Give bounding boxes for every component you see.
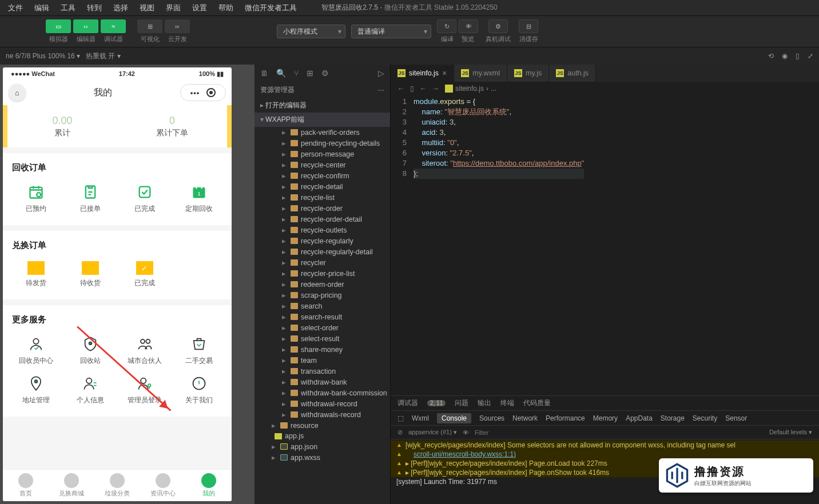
- editor-button[interactable]: ‹›: [73, 19, 98, 33]
- folder-item[interactable]: select-result: [255, 333, 390, 344]
- service-cell[interactable]: 回收员中心: [9, 331, 63, 370]
- dbg-tab[interactable]: 代码质量: [523, 398, 551, 408]
- order-cell[interactable]: 1定期回收: [172, 179, 226, 218]
- tab-item[interactable]: 兑换商城: [49, 470, 94, 501]
- editor-tab[interactable]: JSsiteinfo.js×: [391, 65, 454, 82]
- settings-icon[interactable]: ⚙: [321, 69, 329, 78]
- folder-item[interactable]: recycler-price-list: [255, 268, 390, 279]
- panel-tab[interactable]: Sensor: [725, 414, 747, 422]
- menu-视图[interactable]: 视图: [135, 2, 159, 14]
- phone-icon[interactable]: ▯: [796, 52, 800, 60]
- file-item[interactable]: app.wxss: [255, 452, 390, 463]
- panel-tab[interactable]: Network: [512, 414, 538, 422]
- menu-转到[interactable]: 转到: [82, 2, 106, 14]
- editor-tab[interactable]: JSmy.js: [507, 65, 549, 82]
- menu-界面[interactable]: 界面: [161, 2, 185, 14]
- folder-item[interactable]: scrap-pricing: [255, 290, 390, 301]
- folder-item[interactable]: withdraw-bank: [255, 377, 390, 387]
- menu-微信开发者工具[interactable]: 微信开发者工具: [240, 2, 301, 14]
- folder-item[interactable]: search-result: [255, 311, 390, 322]
- open-editors-section[interactable]: 打开的编辑器: [255, 98, 390, 113]
- dbg-tab[interactable]: 输出: [478, 398, 491, 408]
- compile-select[interactable]: 普通编译: [351, 25, 431, 38]
- folder-item[interactable]: recycle-order-detail: [255, 214, 390, 225]
- mode-select[interactable]: 小程序模式: [277, 25, 345, 38]
- exchange-cell[interactable]: 待发货: [9, 257, 63, 293]
- folder-item[interactable]: recycle-center: [255, 159, 390, 170]
- project-section[interactable]: WXAPP前端: [255, 113, 390, 127]
- menu-帮助[interactable]: 帮助: [214, 2, 238, 14]
- cloud-button[interactable]: ∞: [165, 19, 190, 33]
- dbg-tab[interactable]: 问题: [455, 398, 468, 408]
- panel-tab[interactable]: AppData: [626, 414, 653, 422]
- tab-item[interactable]: 首页: [3, 470, 49, 501]
- panel-tab[interactable]: Sources: [479, 414, 504, 422]
- inspect-icon[interactable]: ⬚: [397, 414, 404, 422]
- service-cell[interactable]: 个人信息: [63, 370, 117, 410]
- dbg-tab[interactable]: 调试器: [397, 398, 418, 408]
- clear-cache-button[interactable]: ⊟: [519, 19, 538, 33]
- exchange-cell[interactable]: ✓已完成: [117, 257, 172, 293]
- hot-reload-toggle[interactable]: 热重载 开 ▾: [86, 51, 121, 61]
- folder-item[interactable]: recycle-order: [255, 203, 390, 214]
- context-select[interactable]: appservice (#1) ▾: [408, 429, 457, 436]
- home-icon[interactable]: ⌂: [9, 84, 26, 101]
- run-icon[interactable]: ▷: [378, 69, 384, 78]
- dbg-tab[interactable]: 终端: [500, 398, 514, 408]
- files-icon[interactable]: 🗎: [260, 69, 268, 78]
- record-icon[interactable]: ◉: [782, 52, 788, 60]
- service-cell[interactable]: 关于我们: [172, 370, 226, 410]
- branch-icon[interactable]: ⑂: [294, 69, 299, 78]
- folder-item[interactable]: person-message: [255, 149, 390, 159]
- panel-tab[interactable]: Memory: [593, 414, 618, 422]
- ext-icon[interactable]: ⊞: [307, 69, 313, 78]
- folder-item[interactable]: pack-verific-orders: [255, 127, 390, 138]
- service-cell[interactable]: 城市合伙人: [117, 331, 172, 370]
- search-icon[interactable]: 🔍: [276, 69, 286, 78]
- visual-button[interactable]: ⊞: [137, 19, 162, 33]
- file-item[interactable]: app.json: [255, 441, 390, 452]
- debugger-button[interactable]: ≈: [101, 19, 126, 33]
- tab-item[interactable]: 垃圾分类: [94, 470, 140, 501]
- folder-item[interactable]: transaction: [255, 366, 390, 377]
- menu-编辑[interactable]: 编辑: [30, 2, 54, 14]
- panel-tab[interactable]: Wxml: [412, 414, 429, 422]
- menu-文件[interactable]: 文件: [3, 2, 27, 14]
- capsule-menu[interactable]: •••: [180, 84, 226, 101]
- clear-icon[interactable]: ⊘: [397, 429, 403, 436]
- compile-button[interactable]: ↻: [437, 19, 456, 33]
- folder-item[interactable]: search: [255, 301, 390, 311]
- levels-select[interactable]: Default levels ▾: [769, 429, 812, 436]
- dbg-tab[interactable]: 2, 11: [427, 400, 446, 406]
- editor-tab[interactable]: JSauth.js: [549, 65, 596, 82]
- folder-item[interactable]: resource: [255, 420, 390, 431]
- folder-item[interactable]: recycle-outlets: [255, 225, 390, 235]
- menu-工具[interactable]: 工具: [56, 2, 80, 14]
- folder-item[interactable]: share-money: [255, 344, 390, 355]
- folder-item[interactable]: recycle-regularly: [255, 235, 390, 246]
- bookmark-icon[interactable]: ▯: [410, 85, 414, 93]
- panel-tab[interactable]: Security: [693, 414, 717, 422]
- exchange-cell[interactable]: 待收货: [63, 257, 117, 293]
- folder-item[interactable]: withdraw-bank-commission: [255, 387, 390, 398]
- device-select[interactable]: ne 6/7/8 Plus 100% 16 ▾: [6, 52, 80, 60]
- folder-item[interactable]: recycle-regularly-detail: [255, 246, 390, 257]
- tab-item[interactable]: 资讯中心: [140, 470, 186, 501]
- folder-item[interactable]: recycle-confirm: [255, 170, 390, 181]
- remote-debug-button[interactable]: ⚙: [488, 19, 508, 33]
- folder-item[interactable]: recycler: [255, 257, 390, 268]
- panel-tab[interactable]: Storage: [661, 414, 685, 422]
- preview-button[interactable]: 👁: [459, 19, 478, 33]
- back-icon[interactable]: ←: [397, 85, 404, 93]
- menu-选择[interactable]: 选择: [109, 2, 133, 14]
- order-cell[interactable]: 已完成: [117, 179, 172, 218]
- folder-item[interactable]: withdrawals-record: [255, 409, 390, 420]
- folder-item[interactable]: select-order: [255, 322, 390, 333]
- order-cell[interactable]: 已接单: [63, 179, 117, 218]
- folder-item[interactable]: recycle-list: [255, 192, 390, 203]
- service-cell[interactable]: 二手交易: [172, 331, 226, 370]
- folder-item[interactable]: withdrawal-record: [255, 398, 390, 409]
- folder-item[interactable]: redeem-order: [255, 279, 390, 290]
- refresh-icon[interactable]: ⟲: [768, 52, 774, 60]
- panel-tab[interactable]: Console: [437, 413, 471, 423]
